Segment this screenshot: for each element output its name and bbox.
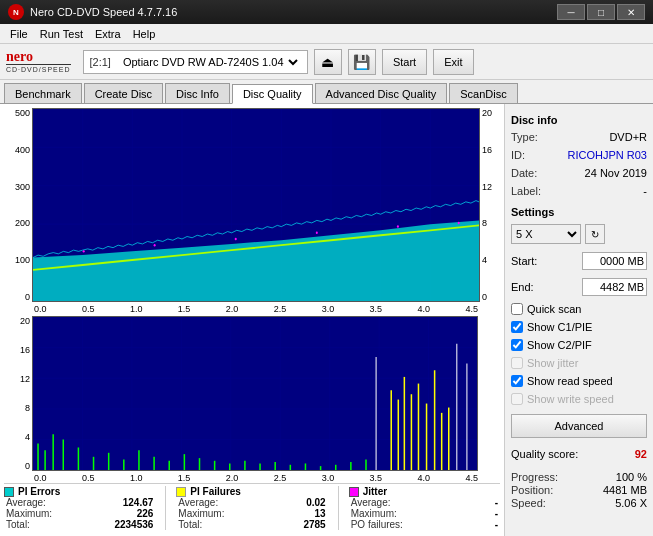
advanced-button[interactable]: Advanced bbox=[511, 414, 647, 438]
y-label-500: 500 bbox=[4, 108, 30, 118]
menu-help[interactable]: Help bbox=[127, 27, 162, 41]
type-label: Type: bbox=[511, 131, 538, 143]
progress-row: Progress: 100 % bbox=[511, 471, 647, 483]
quality-score-row: Quality score: 92 bbox=[511, 448, 647, 460]
tab-disc-info[interactable]: Disc Info bbox=[165, 83, 230, 103]
tab-disc-quality[interactable]: Disc Quality bbox=[232, 84, 313, 104]
tab-benchmark[interactable]: Benchmark bbox=[4, 83, 82, 103]
show-write-speed-checkbox[interactable] bbox=[511, 393, 523, 405]
title-bar: N Nero CD-DVD Speed 4.7.7.16 ─ □ ✕ bbox=[0, 0, 653, 24]
y-right-12: 12 bbox=[482, 182, 500, 192]
jitter-avg-label: Average: bbox=[351, 497, 391, 508]
show-c2pif-checkbox[interactable] bbox=[511, 339, 523, 351]
quality-score-value: 92 bbox=[635, 448, 647, 460]
end-input-row: End: bbox=[511, 278, 647, 296]
stats-row: PI Errors Average: 124.67 Maximum: 226 T… bbox=[4, 483, 500, 532]
refresh-button[interactable]: ↻ bbox=[585, 224, 605, 244]
upper-x-axis: 0.0 0.5 1.0 1.5 2.0 2.5 3.0 3.5 4.0 4.5 bbox=[4, 304, 500, 314]
main-content: 500 400 300 200 100 0 bbox=[0, 104, 653, 536]
x-label-2a: 2.0 bbox=[226, 304, 239, 314]
tab-create-disc[interactable]: Create Disc bbox=[84, 83, 163, 103]
save-icon[interactable]: 💾 bbox=[348, 49, 376, 75]
menu-run-test[interactable]: Run Test bbox=[34, 27, 89, 41]
y-right-16: 16 bbox=[482, 145, 500, 155]
toolbar: nero CD·DVD/SPEED [2:1] Optiarc DVD RW A… bbox=[0, 44, 653, 80]
lower-y-axis-left: 20 16 12 8 4 0 bbox=[4, 316, 32, 471]
svg-point-14 bbox=[83, 250, 85, 252]
pi-errors-color bbox=[4, 487, 14, 497]
show-read-speed-checkbox[interactable] bbox=[511, 375, 523, 387]
start-input[interactable] bbox=[582, 252, 647, 270]
exit-button[interactable]: Exit bbox=[433, 49, 473, 75]
show-jitter-checkbox[interactable] bbox=[511, 357, 523, 369]
quick-scan-checkbox[interactable] bbox=[511, 303, 523, 315]
show-c2pif-label: Show C2/PIF bbox=[527, 339, 592, 351]
speed-stat-value: 5.06 X bbox=[615, 497, 647, 509]
minimize-button[interactable]: ─ bbox=[557, 4, 585, 20]
pi-errors-avg-value: 124.67 bbox=[123, 497, 154, 508]
nero-logo: nero CD·DVD/SPEED bbox=[6, 50, 71, 73]
speed-select[interactable]: 5 X Maximum 1 X 2 X 4 X 8 X bbox=[511, 224, 581, 244]
pi-failures-label: PI Failures bbox=[190, 486, 241, 497]
date-row: Date: 24 Nov 2019 bbox=[511, 166, 647, 180]
pi-errors-total-value: 2234536 bbox=[114, 519, 153, 530]
upper-y-axis-right: 20 16 12 8 4 0 bbox=[480, 108, 500, 302]
svg-point-17 bbox=[316, 232, 318, 234]
jitter-stat: Jitter Average: - Maximum: - PO failures… bbox=[349, 486, 500, 530]
pi-failures-color bbox=[176, 487, 186, 497]
progress-section: Progress: 100 % Position: 4481 MB Speed:… bbox=[511, 470, 647, 510]
start-input-row: Start: bbox=[511, 252, 647, 270]
id-value: RICOHJPN R03 bbox=[568, 149, 647, 161]
x-label-1a: 1.0 bbox=[130, 304, 143, 314]
menu-extra[interactable]: Extra bbox=[89, 27, 127, 41]
lx-15: 1.5 bbox=[178, 473, 191, 483]
show-write-speed-label: Show write speed bbox=[527, 393, 614, 405]
lx-0: 0.0 bbox=[34, 473, 47, 483]
lx-1: 1.0 bbox=[130, 473, 143, 483]
quick-scan-row: Quick scan bbox=[511, 303, 647, 315]
show-c1pie-row: Show C1/PIE bbox=[511, 321, 647, 333]
drive-dropdown[interactable]: Optiarc DVD RW AD-7240S 1.04 bbox=[119, 55, 301, 69]
end-input[interactable] bbox=[582, 278, 647, 296]
pi-failures-total-label: Total: bbox=[178, 519, 202, 530]
ly-12: 12 bbox=[4, 374, 30, 384]
po-failures-value: - bbox=[495, 519, 498, 530]
x-label-0a: 0.0 bbox=[34, 304, 47, 314]
progress-label: Progress: bbox=[511, 471, 558, 483]
y-label-0a: 0 bbox=[4, 292, 30, 302]
pi-failures-max-value: 13 bbox=[315, 508, 326, 519]
lx-45: 4.5 bbox=[465, 473, 478, 483]
tab-advanced-disc-quality[interactable]: Advanced Disc Quality bbox=[315, 83, 448, 103]
type-row: Type: DVD+R bbox=[511, 130, 647, 144]
label-value: - bbox=[643, 185, 647, 197]
lx-2: 2.0 bbox=[226, 473, 239, 483]
tab-scandisc[interactable]: ScanDisc bbox=[449, 83, 517, 103]
close-button[interactable]: ✕ bbox=[617, 4, 645, 20]
speed-row: 5 X Maximum 1 X 2 X 4 X 8 X ↻ bbox=[511, 224, 647, 244]
upper-chart-svg bbox=[32, 108, 480, 302]
speed-stat-row: Speed: 5.06 X bbox=[511, 497, 647, 509]
ly-4: 4 bbox=[4, 432, 30, 442]
drive-prefix: [2:1] bbox=[90, 56, 111, 68]
position-value: 4481 MB bbox=[603, 484, 647, 496]
show-c1pie-checkbox[interactable] bbox=[511, 321, 523, 333]
lower-chart-svg bbox=[32, 316, 478, 471]
chart-area: 500 400 300 200 100 0 bbox=[0, 104, 505, 536]
jitter-max-value: - bbox=[495, 508, 498, 519]
quality-score-label: Quality score: bbox=[511, 448, 578, 460]
id-label: ID: bbox=[511, 149, 525, 161]
eject-icon[interactable]: ⏏ bbox=[314, 49, 342, 75]
lx-4: 4.0 bbox=[418, 473, 431, 483]
maximize-button[interactable]: □ bbox=[587, 4, 615, 20]
menu-bar: File Run Test Extra Help bbox=[0, 24, 653, 44]
menu-file[interactable]: File bbox=[4, 27, 34, 41]
label-row: Label: - bbox=[511, 184, 647, 198]
start-button[interactable]: Start bbox=[382, 49, 427, 75]
svg-point-18 bbox=[397, 225, 399, 227]
x-label-25a: 2.5 bbox=[274, 304, 287, 314]
jitter-avg-value: - bbox=[495, 497, 498, 508]
speed-stat-label: Speed: bbox=[511, 497, 546, 509]
show-jitter-row: Show jitter bbox=[511, 357, 647, 369]
lower-x-axis: 0.0 0.5 1.0 1.5 2.0 2.5 3.0 3.5 4.0 4.5 bbox=[4, 473, 500, 483]
lx-3: 3.0 bbox=[322, 473, 335, 483]
